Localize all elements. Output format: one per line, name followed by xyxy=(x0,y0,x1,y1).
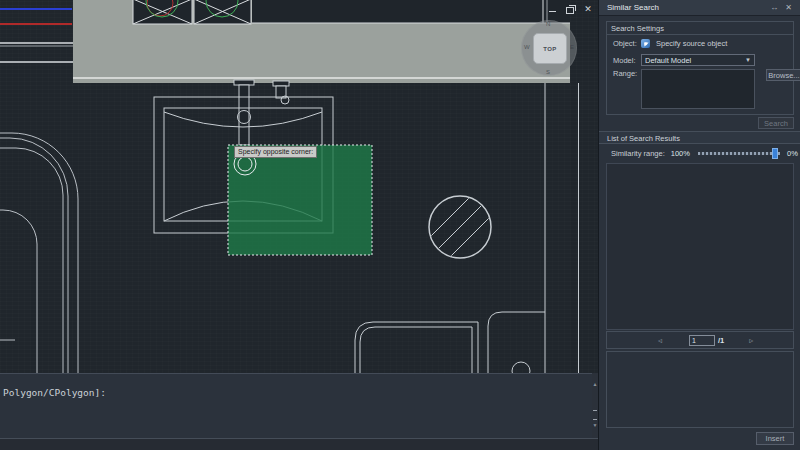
minimize-button[interactable] xyxy=(546,4,558,14)
wall-arcs xyxy=(0,133,78,373)
insert-button[interactable]: Insert xyxy=(756,432,794,445)
viewcube-top-face[interactable]: TOP xyxy=(533,33,567,64)
similarity-value: 100% xyxy=(671,149,690,158)
faucet xyxy=(234,80,289,145)
next-page-icon[interactable]: ▹ xyxy=(746,336,756,345)
cursor-tooltip: Specify opposite corner: xyxy=(234,146,317,158)
viewcube-west-label: W xyxy=(524,44,530,50)
similarity-slider[interactable] xyxy=(698,148,780,159)
restore-icon xyxy=(566,7,574,14)
similar-search-panel: Similar Search ↔ ✕ Search Settings Objec… xyxy=(598,0,800,450)
model-dropdown-value: Default Model xyxy=(645,56,691,65)
viewcube-east-label: E xyxy=(570,44,574,50)
panel-header: Similar Search ↔ ✕ xyxy=(599,0,800,16)
search-settings-title: Search Settings xyxy=(607,22,793,35)
search-results-list xyxy=(606,163,794,330)
prev-page-icon[interactable]: ◃ xyxy=(655,336,665,345)
slider-handle[interactable] xyxy=(772,148,778,159)
close-button[interactable]: ✕ xyxy=(582,4,594,14)
slider-track[interactable] xyxy=(698,152,780,155)
viewcube-south-label: S xyxy=(546,69,550,75)
search-settings-group: Search Settings Object: Specify source o… xyxy=(606,21,794,115)
object-hint: Specify source object xyxy=(656,39,727,48)
selection-window xyxy=(228,145,372,255)
model-label: Model: xyxy=(613,56,641,65)
minimize-icon xyxy=(549,11,556,12)
result-preview-area xyxy=(606,351,794,428)
drawing-window-controls: ✕ xyxy=(546,3,594,15)
model-dropdown[interactable]: Default Model ▼ xyxy=(641,54,755,66)
object-label: Object: xyxy=(613,39,641,48)
viewcube-north-label: N xyxy=(546,21,550,27)
right-walls xyxy=(545,83,579,373)
command-prompt-text: Polygon/CPolygon]: xyxy=(3,387,106,398)
similarity-right-value: 0% xyxy=(787,149,798,158)
page-total-label: /1 xyxy=(718,336,724,345)
close-icon: ✕ xyxy=(584,5,592,14)
scroll-thumb[interactable] xyxy=(593,410,597,420)
pagination-bar: ◃ /1 ▹ xyxy=(606,331,794,349)
colored-wall-lines xyxy=(0,9,73,62)
search-button[interactable]: Search xyxy=(758,117,794,129)
chevron-down-icon: ▼ xyxy=(745,57,751,63)
hatched-circle xyxy=(429,196,491,258)
status-bar xyxy=(0,438,598,450)
similarity-label: Similarity range: xyxy=(611,149,665,158)
range-input[interactable] xyxy=(641,69,755,109)
page-number-input[interactable] xyxy=(689,335,715,346)
restore-button[interactable] xyxy=(564,4,576,14)
viewcube[interactable]: N S W E TOP xyxy=(521,20,577,76)
command-line-panel[interactable]: Polygon/CPolygon]: xyxy=(0,373,592,439)
panel-close-icon[interactable]: ✕ xyxy=(785,3,792,12)
stove-burners xyxy=(133,0,251,24)
panel-title: Similar Search xyxy=(607,3,659,12)
browse-button[interactable]: Browse... xyxy=(766,69,800,81)
select-object-icon[interactable] xyxy=(641,39,650,48)
cad-application: Specify opposite corner: N S W E TOP ✕ P… xyxy=(0,0,800,450)
results-section-title: List of Search Results xyxy=(599,131,800,144)
bottom-fixtures xyxy=(355,312,545,380)
range-label: Range: xyxy=(613,69,641,78)
similarity-row: Similarity range: 100% 0% xyxy=(599,146,800,160)
panel-pin-icon[interactable]: ↔ xyxy=(770,3,778,12)
